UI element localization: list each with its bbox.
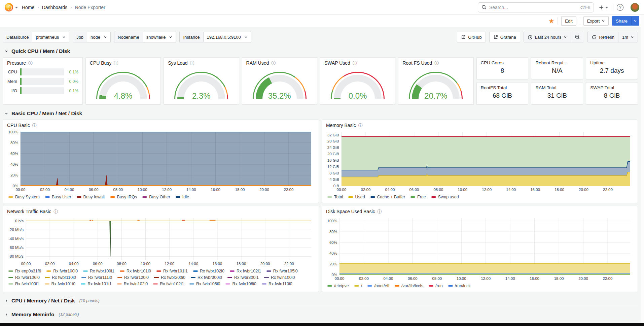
favorite-star-icon[interactable]: ★ (548, 18, 554, 24)
legend-item[interactable]: Swap used (431, 195, 459, 199)
legend-item[interactable]: Busy IRQs (110, 195, 137, 199)
legend-item[interactable]: /etc/pve (327, 284, 349, 288)
legend-item[interactable]: Busy User (45, 195, 71, 199)
refresh-button[interactable]: Refresh (587, 32, 618, 42)
legend-item[interactable]: Rx fwbr101i0 (120, 269, 151, 273)
legend-item[interactable]: Rx enp0s31f6 (8, 269, 41, 273)
avatar[interactable] (631, 3, 639, 12)
legend-item[interactable]: Free (410, 195, 426, 199)
panel-title[interactable]: Network Traffic Basic (7, 209, 51, 214)
legend-item[interactable]: Total (327, 195, 343, 199)
legend-item[interactable]: Rx fwbr101i1 (156, 269, 188, 273)
info-icon[interactable]: ⓘ (190, 61, 194, 65)
legend-item[interactable]: Used (348, 195, 365, 199)
panel-title[interactable]: SWAP Total (586, 83, 638, 90)
legend-item[interactable]: Rx fwln101i1 (81, 282, 112, 286)
memory-basic-chart[interactable]: 0 B4 GiB8 GiB12 GiB16 GiB20 GiB24 GiB28 … (324, 129, 634, 193)
legend-item[interactable]: Idle (176, 195, 189, 199)
info-icon[interactable]: ⓘ (353, 61, 357, 65)
legend-item[interactable]: /var/lib/lxcfs (395, 284, 423, 288)
breadcrumb-item[interactable]: Home (22, 5, 34, 10)
breadcrumb-item[interactable]: Node Exporter (75, 5, 105, 10)
panel-title[interactable]: Sys Load (168, 60, 187, 66)
edit-button[interactable]: Edit (561, 16, 576, 26)
variable-value-dropdown[interactable]: prometheus (32, 32, 69, 42)
legend-item[interactable]: Rx fwbr102i1 (230, 269, 261, 273)
legend-item[interactable]: Rx fwln100i1 (8, 282, 39, 286)
nav-chevron-down-icon[interactable] (14, 5, 19, 9)
search-box[interactable]: ctrl+k (478, 2, 594, 12)
add-button[interactable] (597, 4, 610, 11)
breadcrumb-item[interactable]: Dashboards (42, 5, 68, 10)
time-zoom-out-button[interactable] (571, 32, 584, 42)
legend-item[interactable]: Rx fwln110i0 (262, 282, 292, 286)
legend-item[interactable]: Busy Other (142, 195, 170, 199)
export-button[interactable]: Export (583, 16, 609, 26)
collapsed-row[interactable]: CPU / Memory / Net / Disk(10 panels) (3, 295, 638, 307)
panel-title[interactable]: Reboot Requi... (531, 58, 583, 65)
info-icon[interactable]: ⓘ (114, 61, 118, 65)
cpu-basic-chart[interactable]: 0%20%40%60%80%100%00:0002:0004:0006:0008… (5, 129, 315, 193)
refresh-interval-picker[interactable]: 1m (618, 32, 638, 42)
legend-item[interactable]: Rx fwbr300i0 (191, 275, 222, 280)
search-input[interactable] (489, 5, 578, 10)
variable-value-dropdown[interactable]: 192.168.0.5:9100 (203, 32, 251, 42)
info-icon[interactable]: ⓘ (53, 209, 58, 214)
info-icon[interactable]: ⓘ (28, 61, 33, 65)
row-header-basic[interactable]: Basic CPU / Mem / Net / Disk (4, 110, 638, 117)
legend-item[interactable]: Rx fwln100i0 (264, 275, 295, 280)
legend-item[interactable]: Rx fwln101i0 (45, 282, 76, 286)
legend-item[interactable]: Rx fwbr100i0 (46, 269, 78, 273)
grafana-logo[interactable] (5, 3, 13, 11)
share-caret-button[interactable] (631, 16, 639, 26)
share-button[interactable]: Share (612, 16, 631, 26)
help-button[interactable]: ? (617, 4, 623, 11)
legend-item[interactable]: Busy Iowait (77, 195, 105, 199)
panel-title[interactable]: Disk Space Used Basic (326, 209, 375, 214)
legend-item[interactable]: Rx fwbr106i0 (8, 275, 40, 280)
legend-item[interactable]: Rx fwbr200i0 (154, 275, 185, 280)
info-icon[interactable]: ⓘ (378, 209, 382, 214)
legend-item[interactable]: Rx fwbr110i0 (45, 275, 76, 280)
network-basic-chart[interactable]: 0 b/s-20 Mb/s-40 Mb/s-60 Mb/s-80 Mb/s00:… (5, 216, 315, 267)
panel-title[interactable]: Uptime (586, 58, 638, 65)
info-icon[interactable]: ⓘ (358, 123, 363, 128)
panel-title[interactable]: CPU Busy (90, 60, 112, 66)
info-icon[interactable]: ⓘ (434, 61, 439, 65)
info-icon[interactable]: ⓘ (271, 61, 276, 65)
variable-value-dropdown[interactable]: node (87, 32, 111, 42)
panel-title[interactable]: RAM Total (531, 83, 583, 90)
legend-item[interactable]: /boot/efi (367, 284, 389, 288)
legend-item[interactable]: /run (429, 284, 443, 288)
legend-item[interactable]: Cache + Buffer (370, 195, 405, 199)
grafana-link-button[interactable]: Grafana (489, 32, 520, 42)
panel-title[interactable]: Pressure (7, 60, 26, 66)
collapsed-row[interactable]: Memory Meminfo(12 panels) (3, 308, 638, 321)
legend-item[interactable]: /run/lock (448, 284, 471, 288)
legend-item[interactable]: Rx fwbr102i0 (193, 269, 224, 273)
disk-basic-chart[interactable]: 0%20%40%60%80%100%00:0002:0004:0006:0008… (324, 216, 634, 282)
legend-item[interactable]: / (354, 284, 362, 288)
panel-title[interactable]: CPU Cores (477, 58, 528, 65)
panel-title[interactable]: SWAP Used (324, 60, 350, 66)
legend-item[interactable]: Rx fwbr300i1 (227, 275, 259, 280)
legend-item[interactable]: Busy System (8, 195, 40, 199)
legend-item[interactable]: Rx fwbr120i0 (117, 275, 149, 280)
scrollbar[interactable] (641, 15, 644, 326)
legend-item[interactable]: Rx fwln102i1 (153, 282, 184, 286)
legend-item[interactable]: Rx fwbr100i1 (83, 269, 114, 273)
panel-title[interactable]: CPU Basic (7, 123, 30, 128)
github-link-button[interactable]: GitHub (457, 32, 486, 42)
legend-item[interactable]: Rx fwbr105i0 (266, 269, 298, 273)
panel-title[interactable]: Memory Basic (326, 123, 356, 128)
panel-title[interactable]: RAM Used (246, 60, 269, 66)
info-icon[interactable]: ⓘ (32, 123, 37, 128)
legend-item[interactable]: Rx fwbr111i0 (81, 275, 112, 280)
variable-value-dropdown[interactable]: snowflake (143, 32, 176, 42)
legend-item[interactable]: Rx fwln106i0 (225, 282, 256, 286)
time-range-picker[interactable]: Last 24 hours (524, 32, 571, 42)
panel-title[interactable]: RootFS Total (477, 83, 528, 90)
panel-title[interactable]: Root FS Used (402, 60, 432, 66)
row-header-quick[interactable]: Quick CPU / Mem / Disk (4, 48, 638, 54)
legend-item[interactable]: Rx fwln102i0 (117, 282, 148, 286)
